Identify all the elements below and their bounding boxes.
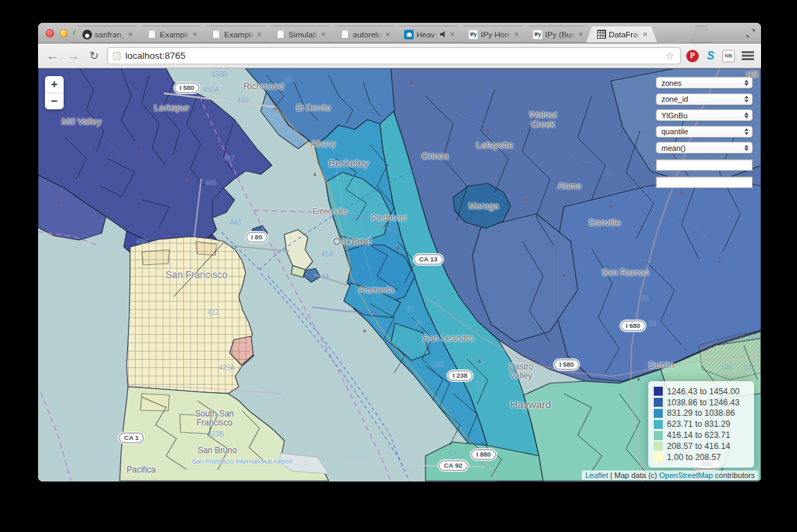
- legend-label: 208.57 to 416.14: [667, 441, 731, 451]
- sync-extension-icon[interactable]: S: [704, 50, 717, 62]
- browser-tab[interactable]: Heavy R ×: [393, 26, 464, 43]
- legend-label: 1.00 to 208.57: [667, 452, 721, 462]
- forward-button[interactable]: →: [66, 49, 81, 62]
- browser-tab[interactable]: IPy (Busy) Exp ×: [522, 26, 593, 43]
- highway-shield: CA 92: [439, 460, 468, 471]
- browser-tab[interactable]: sanfran_ur ×: [71, 26, 143, 43]
- tab-favicon: [82, 30, 92, 39]
- legend-label: 1246.43 to 1454.00: [667, 387, 740, 396]
- tab-close-button[interactable]: ×: [257, 30, 262, 39]
- filter-input[interactable]: [656, 176, 753, 188]
- browser-window: sanfran_ur × Examples × Examples: [38, 23, 761, 481]
- highway-shield: CA 13: [414, 254, 443, 265]
- legend-swatch: [654, 452, 663, 461]
- tab-close-button[interactable]: ×: [450, 30, 455, 39]
- browser-tab[interactable]: Simulation ×: [264, 26, 336, 43]
- browser-tab[interactable]: Examples ×: [200, 26, 271, 43]
- zoom-out-button[interactable]: −: [45, 93, 64, 109]
- tab-label: Simulation: [288, 30, 318, 39]
- tab-audio-icon: [440, 31, 447, 38]
- select-value: zones: [661, 79, 681, 87]
- map-zoom-control: + −: [45, 76, 64, 109]
- fullscreen-icon[interactable]: [746, 28, 755, 38]
- filter-input[interactable]: [656, 159, 753, 171]
- page-icon: [113, 52, 120, 60]
- tab-close-button[interactable]: ×: [192, 30, 197, 39]
- legend-swatch: [654, 387, 663, 396]
- legend-row: 208.57 to 416.14: [654, 441, 749, 452]
- legend-row: 831.29 to 1038.86: [654, 408, 749, 419]
- highway-shield: I 580: [553, 359, 579, 370]
- tab-favicon: [597, 30, 606, 39]
- legend-row: 1038.86 to 1246.43: [654, 397, 749, 408]
- tab-list: sanfran_ur × Examples × Examples: [78, 26, 657, 43]
- browser-toolbar: ← → ↻ localhost:8765 ☆ P S NB: [38, 44, 761, 68]
- tab-close-button[interactable]: ×: [128, 30, 133, 39]
- legend-swatch: [654, 398, 663, 407]
- legend-swatch: [654, 431, 663, 440]
- highway-shield: I 238: [447, 370, 473, 381]
- tab-favicon: [277, 30, 284, 39]
- tab-close-button[interactable]: ×: [578, 30, 583, 39]
- legend-row: 623.71 to 831.29: [654, 419, 749, 430]
- zoom-in-button[interactable]: +: [45, 76, 64, 93]
- choropleth-legend: 1246.43 to 1454.00 1038.86 to 1246.43 83…: [648, 381, 754, 468]
- tab-favicon: [148, 30, 156, 39]
- tab-label: DataFrame: [609, 30, 640, 39]
- highway-shield: I 680: [620, 320, 645, 331]
- select-chevrons-icon: [744, 95, 749, 102]
- tab-favicon: [212, 30, 220, 39]
- tab-label: Examples: [160, 30, 190, 39]
- tab-favicon: [533, 30, 542, 39]
- select-value: zone_id: [661, 95, 688, 103]
- legend-swatch: [654, 409, 663, 418]
- tab-label: Heavy R: [416, 30, 437, 39]
- map-select[interactable]: zone_id: [656, 93, 753, 105]
- tab-favicon: [468, 30, 478, 39]
- reload-button[interactable]: ↻: [86, 51, 102, 62]
- attribution-text: | Map data (c): [608, 471, 659, 479]
- map-attribution: Leaflet | Map data (c) OpenStreetMap con…: [582, 470, 758, 480]
- map-select[interactable]: YlGnBu: [656, 109, 753, 121]
- map-select[interactable]: zones: [656, 77, 753, 89]
- tab-close-button[interactable]: ×: [321, 30, 326, 39]
- tab-close-button[interactable]: ×: [643, 30, 648, 39]
- url-text[interactable]: localhost:8765: [125, 51, 661, 61]
- new-tab-button[interactable]: [690, 26, 712, 43]
- tab-label: autoreload: [353, 30, 383, 39]
- close-window-button[interactable]: [46, 29, 54, 37]
- osm-link[interactable]: OpenStreetMap: [659, 471, 713, 479]
- legend-label: 416.14 to 623.71: [667, 430, 731, 440]
- select-chevrons-icon: [744, 145, 749, 152]
- highway-shield: I 80: [246, 232, 268, 243]
- map-select[interactable]: mean(): [656, 142, 753, 154]
- chrome-menu-icon[interactable]: [742, 51, 754, 60]
- leaflet-map-canvas[interactable]: ▲▲▲▲▲▲▲▲▲▲▲▲▲▲▲▲▲▲ 450B450A4494474464434…: [38, 68, 761, 481]
- address-bar[interactable]: localhost:8765 ☆: [107, 47, 681, 64]
- legend-label: 623.71 to 831.29: [667, 419, 731, 429]
- legend-row: 1246.43 to 1454.00: [654, 386, 749, 397]
- select-value: mean(): [661, 144, 686, 152]
- minimize-window-button[interactable]: [59, 29, 68, 37]
- screenshot-stage: sanfran_ur × Examples × Examples: [0, 0, 797, 532]
- tab-close-button[interactable]: ×: [385, 30, 390, 39]
- browser-tab[interactable]: Examples ×: [136, 26, 207, 43]
- tab-label: IPy (Busy) Exp: [545, 30, 576, 39]
- pinterest-extension-icon[interactable]: P: [686, 50, 699, 62]
- browser-tab[interactable]: autoreload ×: [329, 26, 400, 43]
- tab-label: IPy Home: [481, 30, 511, 39]
- select-chevrons-icon: [744, 80, 749, 86]
- legend-row: 416.14 to 623.71: [654, 430, 749, 441]
- map-control-panel: zones zone_id YlGnBu: [656, 77, 753, 192]
- back-button[interactable]: ←: [45, 49, 60, 62]
- browser-tab[interactable]: DataFrame ×: [586, 26, 657, 43]
- legend-label: 831.29 to 1038.86: [667, 408, 735, 418]
- map-select[interactable]: quantile: [656, 126, 753, 138]
- bookmark-star-icon[interactable]: ☆: [666, 50, 675, 62]
- browser-tab[interactable]: IPy Home ×: [457, 26, 529, 43]
- tab-favicon: [341, 30, 349, 39]
- leaflet-link[interactable]: Leaflet: [585, 471, 608, 479]
- legend-label: 1038.86 to 1246.43: [667, 398, 740, 407]
- tab-close-button[interactable]: ×: [514, 30, 519, 39]
- notebook-extension-icon[interactable]: NB: [722, 50, 735, 62]
